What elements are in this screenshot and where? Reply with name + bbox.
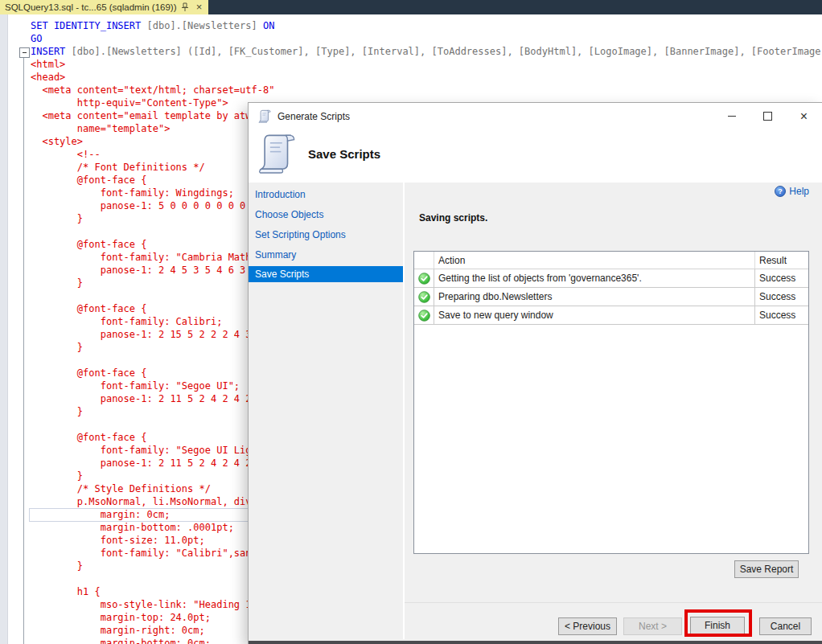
result-cell: Success bbox=[755, 288, 808, 306]
wizard-nav: Introduction Choose Objects Set Scriptin… bbox=[249, 183, 403, 639]
nav-divider bbox=[403, 183, 405, 639]
nav-item-choose-objects[interactable]: Choose Objects bbox=[249, 207, 403, 223]
status-text: Saving scripts. bbox=[419, 212, 487, 224]
table-row[interactable]: Getting the list of objects from 'govern… bbox=[414, 269, 808, 288]
save-scripts-icon bbox=[258, 132, 295, 177]
document-tab-bar: SQLQuery13.sql - tc...65 (sqladmin (169)… bbox=[0, 0, 822, 14]
dialog-title: Generate Scripts bbox=[277, 111, 350, 122]
action-cell: Getting the list of objects from 'govern… bbox=[434, 269, 755, 287]
save-report-button[interactable]: Save Report bbox=[734, 560, 799, 578]
icon-column-header[interactable] bbox=[414, 252, 434, 269]
finish-highlight-annotation bbox=[684, 609, 752, 637]
dialog-titlebar[interactable]: Generate Scripts × bbox=[249, 103, 822, 129]
tab-title: SQLQuery13.sql - tc...65 (sqladmin (169)… bbox=[5, 2, 176, 12]
help-label: Help bbox=[789, 186, 809, 197]
nav-item-save-scripts[interactable]: Save Scripts bbox=[249, 266, 403, 282]
next-button[interactable]: Next > bbox=[623, 617, 682, 635]
action-cell: Preparing dbo.Newsletters bbox=[434, 288, 755, 306]
svg-text:?: ? bbox=[779, 187, 783, 195]
success-check-icon bbox=[414, 306, 434, 324]
table-row[interactable]: Preparing dbo.Newsletters Success bbox=[414, 288, 808, 306]
pin-icon[interactable] bbox=[180, 2, 190, 12]
maximize-button[interactable] bbox=[750, 103, 786, 129]
step-title: Save Scripts bbox=[308, 147, 380, 161]
result-column-header[interactable]: Result bbox=[755, 252, 808, 269]
result-cell: Success bbox=[755, 269, 808, 287]
dialog-bottom-border bbox=[249, 641, 822, 644]
tab-close-icon[interactable]: × bbox=[194, 2, 203, 12]
outline-guide-line bbox=[23, 56, 24, 644]
nav-item-set-scripting-options[interactable]: Set Scripting Options bbox=[249, 227, 403, 243]
screen: { "tab": { "title": "SQLQuery13.sql - tc… bbox=[0, 0, 822, 644]
close-button[interactable]: × bbox=[786, 103, 822, 129]
editor-indicator-margin bbox=[0, 14, 8, 644]
help-icon: ? bbox=[775, 186, 786, 197]
footer-divider bbox=[405, 602, 822, 603]
success-check-icon bbox=[414, 269, 434, 287]
table-row[interactable]: Save to new query window Success bbox=[414, 306, 808, 325]
results-table: Action Result Getting the list of object… bbox=[413, 251, 809, 554]
nav-item-introduction[interactable]: Introduction bbox=[249, 187, 403, 203]
action-column-header[interactable]: Action bbox=[434, 252, 755, 269]
scroll-icon bbox=[258, 109, 271, 123]
result-cell: Success bbox=[755, 306, 808, 324]
generate-scripts-dialog: Generate Scripts × Save Scripts Introduc… bbox=[248, 102, 822, 644]
collapse-region-icon[interactable] bbox=[19, 47, 30, 58]
table-header-row: Action Result bbox=[414, 252, 808, 269]
nav-item-summary[interactable]: Summary bbox=[249, 247, 403, 263]
help-link[interactable]: ? Help bbox=[775, 186, 809, 197]
wizard-header: Save Scripts bbox=[249, 129, 822, 183]
minimize-button[interactable] bbox=[713, 103, 750, 129]
cancel-button[interactable]: Cancel bbox=[759, 617, 812, 635]
action-cell: Save to new query window bbox=[434, 306, 755, 324]
document-tab[interactable]: SQLQuery13.sql - tc...65 (sqladmin (169)… bbox=[0, 0, 208, 14]
success-check-icon bbox=[414, 288, 434, 306]
previous-button[interactable]: < Previous bbox=[558, 617, 617, 635]
